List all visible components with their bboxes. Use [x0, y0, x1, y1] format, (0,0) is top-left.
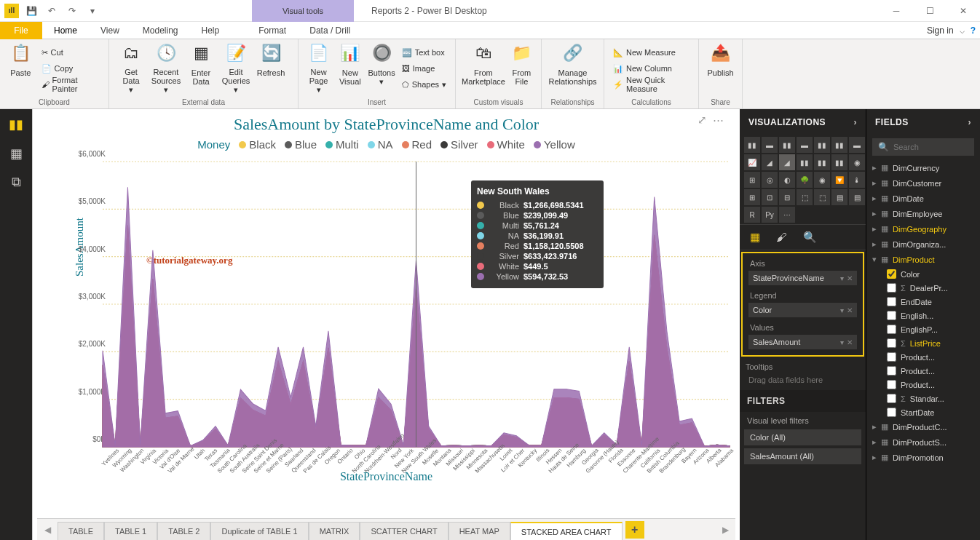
file-menu[interactable]: File	[0, 22, 42, 39]
page-tab[interactable]: SCATTER CHART	[360, 522, 448, 541]
redo-button[interactable]: ↷	[64, 3, 80, 19]
paste-button[interactable]: 📋Paste	[6, 42, 36, 95]
visual-tools-tab[interactable]: Visual tools	[252, 0, 354, 22]
viz-type-icon[interactable]: 🔽	[831, 172, 847, 188]
pill-remove-icon[interactable]: ✕	[847, 338, 853, 346]
fields-tab-icon[interactable]: ▦	[750, 231, 760, 244]
field-item[interactable]: Product...	[884, 378, 980, 392]
field-table[interactable]: ▸▦DimGeography	[866, 221, 980, 237]
model-view-icon[interactable]: ⧉	[12, 175, 21, 190]
field-table[interactable]: ▸▦DimCustomer	[866, 175, 980, 191]
tooltips-placeholder[interactable]: Drag data fields here	[744, 373, 861, 387]
minimize-button[interactable]: ─	[880, 0, 913, 22]
field-item[interactable]: EndDate	[884, 295, 980, 309]
pill-dropdown-icon[interactable]: ▾	[840, 306, 844, 314]
home-menu[interactable]: Home	[42, 22, 89, 39]
recent-sources-button[interactable]: 🕓Recent Sources▾	[150, 42, 182, 95]
cut-button[interactable]: ✂ Cut	[39, 45, 103, 60]
page-tab[interactable]: TABLE 1	[104, 522, 157, 541]
chevron-down-icon[interactable]: ⌵	[960, 25, 965, 36]
field-table[interactable]: ▸▦DimEmployee	[866, 206, 980, 221]
field-table[interactable]: ▸▦DimProductC...	[866, 419, 980, 434]
viz-type-icon[interactable]: ⊞	[744, 189, 760, 205]
maximize-button[interactable]: ☐	[913, 0, 947, 22]
field-table[interactable]: ▸▦DimOrganiza...	[866, 237, 980, 252]
viz-type-icon[interactable]: ⬚	[814, 189, 830, 205]
filter-salesamount[interactable]: SalesAmount (All)	[744, 448, 861, 464]
textbox-button[interactable]: 🔤 Text box	[399, 45, 449, 60]
legend-well-pill[interactable]: Color▾ ✕	[748, 303, 857, 317]
tabs-next[interactable]: ▶	[715, 525, 735, 535]
page-tab[interactable]: HEAT MAP	[448, 522, 510, 541]
more-options-icon[interactable]: ⋯	[713, 114, 724, 127]
field-item[interactable]: English...	[884, 309, 980, 322]
edit-queries-button[interactable]: 📝Edit Queries▾	[220, 42, 252, 95]
viz-type-icon[interactable]: ◉	[849, 154, 865, 170]
field-item[interactable]: ΣStandar...	[884, 392, 980, 405]
field-table[interactable]: ▸▦DimCurrency	[866, 160, 980, 175]
help-icon[interactable]: ?	[971, 25, 976, 36]
field-item[interactable]: Color	[884, 267, 980, 281]
modeling-menu[interactable]: Modeling	[131, 22, 190, 39]
copy-button[interactable]: 📄 Copy	[39, 61, 103, 76]
field-table[interactable]: ▸▦DimDate	[866, 191, 980, 206]
viz-type-icon[interactable]: ▤	[831, 189, 847, 205]
pill-remove-icon[interactable]: ✕	[847, 274, 853, 282]
enter-data-button[interactable]: ▦Enter Data	[185, 42, 217, 95]
collapse-fields-icon[interactable]: ›	[968, 117, 972, 127]
new-quick-measure-button[interactable]: ⚡ New Quick Measure	[610, 77, 692, 92]
page-tab[interactable]: TABLE	[58, 522, 104, 541]
help-menu[interactable]: Help	[190, 22, 232, 39]
viz-type-icon[interactable]: ▮▮	[814, 154, 830, 170]
field-table[interactable]: ▸▦DimProductS...	[866, 434, 980, 450]
new-page-button[interactable]: 📄New Page▾	[304, 42, 333, 95]
collapse-visualizations-icon[interactable]: ›	[854, 117, 858, 127]
data-view-icon[interactable]: ▦	[10, 146, 23, 162]
viz-type-icon[interactable]: ▬	[797, 137, 813, 153]
viz-type-icon[interactable]: 🌡	[849, 172, 865, 188]
close-button[interactable]: ✕	[947, 0, 980, 22]
viz-type-icon[interactable]: ⊡	[762, 189, 778, 205]
viz-type-icon[interactable]: ▬	[762, 137, 778, 153]
field-item[interactable]: Product...	[884, 364, 980, 378]
analytics-tab-icon[interactable]: 🔍	[803, 231, 817, 244]
search-input[interactable]	[893, 143, 968, 151]
viz-type-icon[interactable]: ⋯	[779, 207, 795, 223]
field-item[interactable]: EnglishP...	[884, 322, 980, 336]
viz-type-icon[interactable]: ◉	[814, 172, 830, 188]
viz-type-icon[interactable]: ▮▮	[744, 137, 760, 153]
page-tab[interactable]: TABLE 2	[157, 522, 210, 541]
format-tab-icon[interactable]: 🖌	[776, 231, 787, 244]
field-item[interactable]: ΣListPrice	[884, 336, 980, 350]
manage-relationships-button[interactable]: 🔗Manage Relationships	[548, 42, 598, 95]
save-button[interactable]: 💾	[23, 3, 39, 19]
viz-type-icon[interactable]: ▮▮	[831, 154, 847, 170]
pill-dropdown-icon[interactable]: ▾	[840, 338, 844, 346]
view-menu[interactable]: View	[89, 22, 131, 39]
filter-color[interactable]: Color (All)	[744, 429, 861, 445]
viz-type-icon[interactable]: ◢	[762, 154, 778, 170]
viz-type-icon[interactable]: ▮▮	[814, 137, 830, 153]
viz-type-icon[interactable]: ▬	[849, 137, 865, 153]
viz-type-icon[interactable]: ◐	[779, 172, 795, 188]
pill-dropdown-icon[interactable]: ▾	[840, 274, 844, 282]
refresh-button[interactable]: 🔄Refresh	[255, 42, 287, 95]
viz-type-icon[interactable]: ⬚	[797, 189, 813, 205]
viz-type-icon[interactable]: 📈	[744, 154, 760, 170]
new-visual-button[interactable]: 📊New Visual	[336, 42, 364, 95]
format-painter-button[interactable]: 🖌 Format Painter	[39, 77, 103, 92]
viz-type-icon[interactable]: 🌳	[797, 172, 813, 188]
axis-well-pill[interactable]: StateProvinceName▾ ✕	[748, 271, 857, 285]
page-tab[interactable]: STACKED AREA CHART	[510, 522, 623, 541]
field-item[interactable]: ΣDealerPr...	[884, 281, 980, 295]
values-well-pill[interactable]: SalesAmount▾ ✕	[748, 335, 857, 349]
new-column-button[interactable]: 📊 New Column	[610, 61, 692, 76]
field-table[interactable]: ▸▦DimPromotion	[866, 450, 980, 465]
fields-search[interactable]: 🔍	[872, 138, 974, 156]
undo-button[interactable]: ↶	[44, 3, 60, 19]
viz-type-icon[interactable]: ▮▮	[831, 137, 847, 153]
chart-visual[interactable]: ⤢ ⋯ SalesAmount by StateProvinceName and…	[37, 109, 735, 517]
marketplace-button[interactable]: 🛍From Marketplace	[462, 42, 505, 95]
get-data-button[interactable]: 🗂Get Data▾	[115, 42, 147, 95]
viz-type-icon[interactable]: Py	[762, 207, 778, 223]
